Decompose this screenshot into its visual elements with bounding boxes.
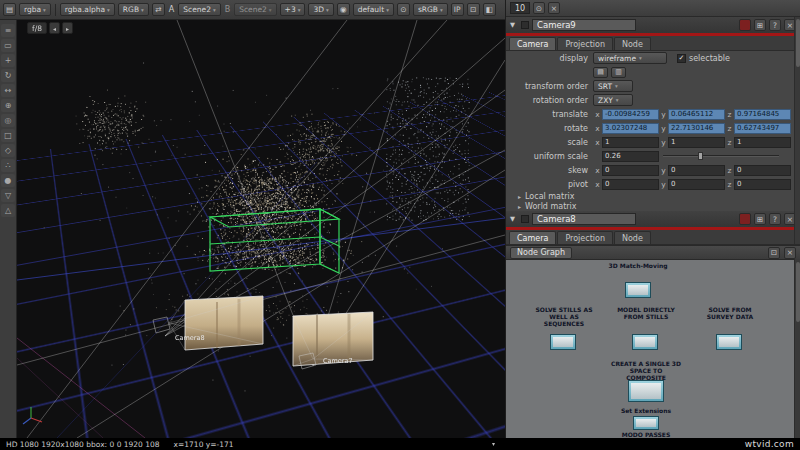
close-icon[interactable]: ×: [784, 247, 796, 259]
skew-y-field[interactable]: 0: [668, 165, 725, 176]
light-tool-icon[interactable]: ◇: [1, 144, 15, 157]
roi-icon[interactable]: ⊡: [467, 3, 480, 16]
view-mode-dropdown[interactable]: 3D ▾: [308, 3, 333, 16]
geometry-tool-icon[interactable]: □: [1, 129, 15, 142]
camera8-label[interactable]: Camera8: [175, 334, 205, 342]
scale-tool-icon[interactable]: ↔: [1, 84, 15, 97]
tab-camera[interactable]: Camera: [509, 231, 556, 244]
tab-projection[interactable]: Projection: [557, 37, 613, 50]
viewport-3d[interactable]: Camera8 Camera7 f/8 ◂ ▸: [17, 20, 505, 438]
selectable-checkbox[interactable]: ✓: [677, 54, 686, 63]
translate-x-field[interactable]: -0.00984259: [602, 109, 659, 120]
node-color-swatch[interactable]: [739, 19, 751, 31]
camera8-title-field[interactable]: Camera8: [532, 213, 636, 225]
help-icon[interactable]: ?: [769, 213, 781, 225]
disclosure-icon[interactable]: ▼: [510, 215, 518, 223]
display-dropdown[interactable]: wireframe ▾: [593, 52, 667, 64]
skew-z-field[interactable]: 0: [734, 165, 791, 176]
proxy-icon[interactable]: ◧: [483, 3, 496, 16]
scrollbar-thumb[interactable]: [796, 262, 800, 322]
viewer-layout-icon[interactable]: ▤: [3, 3, 16, 16]
gain-dropdown[interactable]: +3 ▾: [280, 3, 306, 16]
select-tool-icon[interactable]: ▭: [1, 39, 15, 52]
prev-arrow-icon[interactable]: ◂: [49, 22, 60, 34]
input-a-dropdown[interactable]: Scene2 ▾: [178, 3, 220, 16]
points-tool-icon[interactable]: ∴: [1, 159, 15, 172]
tab-node[interactable]: Node: [614, 37, 651, 50]
camera9-title-field[interactable]: Camera9: [532, 19, 636, 31]
node-graph-scrollbar[interactable]: [794, 259, 800, 438]
rotate-x-field[interactable]: 3.02307248: [602, 123, 659, 134]
axis-tool-icon[interactable]: ⊕: [1, 99, 15, 112]
colorspace-dropdown[interactable]: sRGB ▾: [413, 3, 448, 16]
node-set-extensions[interactable]: [633, 416, 659, 430]
translate-z-field[interactable]: 0.97164845: [734, 109, 791, 120]
local-matrix-row[interactable]: ▸ Local matrix: [506, 191, 800, 201]
translate-tool-icon[interactable]: +: [1, 54, 15, 67]
menu-icon[interactable]: ≡: [1, 24, 15, 37]
scale-z-field[interactable]: 1: [734, 137, 791, 148]
scale-y-field[interactable]: 1: [668, 137, 725, 148]
rotate-y-field[interactable]: 22.7130146: [668, 123, 725, 134]
tab-node[interactable]: Node: [614, 231, 651, 244]
transform-order-dropdown[interactable]: SRT ▾: [593, 80, 633, 92]
help-icon[interactable]: ?: [769, 19, 781, 31]
swap-ab-icon[interactable]: ⇄: [152, 3, 165, 16]
ip-toggle[interactable]: IP: [451, 3, 464, 16]
node-solve-stills[interactable]: [550, 334, 576, 350]
rotate-z-field[interactable]: 0.62743497: [734, 123, 791, 134]
scrollbar-thumb[interactable]: [796, 19, 800, 67]
scale-x-field[interactable]: 1: [602, 137, 659, 148]
node-enable-checkbox[interactable]: [521, 215, 529, 223]
pivot-y-field[interactable]: 0: [668, 179, 725, 190]
colorspace-value: sRGB: [418, 5, 438, 14]
camera7-label[interactable]: Camera7: [323, 357, 353, 365]
pivot-x-field[interactable]: 0: [602, 179, 659, 190]
center-node-icon[interactable]: ⊞: [754, 19, 766, 31]
misc-tool-icon[interactable]: △: [1, 204, 15, 217]
tab-camera[interactable]: Camera: [509, 37, 556, 50]
display-option-b-button[interactable]: ▥: [611, 67, 626, 78]
display-option-a-button[interactable]: ▤: [593, 67, 608, 78]
camera-icon[interactable]: ◉: [337, 3, 350, 16]
rotate-tool-icon[interactable]: ↻: [1, 69, 15, 82]
layer-dropdown[interactable]: rgba ▾: [19, 3, 51, 16]
properties-bin-count[interactable]: 10: [510, 2, 530, 14]
render-tool-icon[interactable]: ●: [1, 174, 15, 187]
chevron-down-icon: ▾: [43, 7, 46, 13]
display-channel-dropdown[interactable]: RGB ▾: [118, 3, 149, 16]
rotation-order-dropdown[interactable]: ZXY ▾: [593, 94, 633, 106]
disclosure-icon[interactable]: ▼: [510, 21, 518, 29]
camera-tool-icon[interactable]: ◎: [1, 114, 15, 127]
skew-x-field[interactable]: 0: [602, 165, 659, 176]
node-model-from-stills[interactable]: [632, 334, 658, 350]
node-composite-space[interactable]: [628, 380, 664, 402]
node-solve-from-survey[interactable]: [716, 334, 742, 350]
uniform-scale-slider[interactable]: [663, 151, 779, 161]
pivot-z-field[interactable]: 0: [734, 179, 791, 190]
uniform-scale-field[interactable]: 0.26: [602, 151, 659, 162]
alpha-channel-dropdown[interactable]: rgba.alpha ▾: [60, 3, 115, 16]
lock-icon[interactable]: ⊙: [397, 3, 410, 16]
node-color-swatch[interactable]: [739, 213, 751, 225]
node-enable-checkbox[interactable]: [521, 21, 529, 29]
selection-bbox[interactable]: [210, 209, 339, 273]
status-menu-icon[interactable]: ▾: [492, 440, 495, 447]
node-graph-canvas[interactable]: 3D Match-Moving SOLVE STILLS AS WELL AS …: [506, 260, 800, 439]
center-node-icon[interactable]: ⊞: [754, 213, 766, 225]
node-graph-tab[interactable]: Node Graph: [510, 247, 572, 259]
input-b-dropdown[interactable]: Scene2 ▾: [234, 3, 276, 16]
translate-y-field[interactable]: 0.06465112: [668, 109, 725, 120]
viewer-camera-dropdown[interactable]: default ▾: [353, 3, 394, 16]
fstop-value[interactable]: f/8: [27, 22, 47, 34]
float-panel-icon[interactable]: ⊡: [768, 247, 780, 259]
slider-handle[interactable]: [698, 152, 703, 160]
pin-icon[interactable]: ⊙: [533, 2, 545, 14]
world-matrix-row[interactable]: ▸ World matrix: [506, 201, 800, 211]
clear-all-icon[interactable]: ×: [548, 2, 560, 14]
display-tool-icon[interactable]: ▽: [1, 189, 15, 202]
node-3d-matchmoving[interactable]: [625, 282, 651, 298]
properties-scrollbar[interactable]: [794, 17, 800, 244]
tab-projection[interactable]: Projection: [557, 231, 613, 244]
next-arrow-icon[interactable]: ▸: [62, 22, 73, 34]
